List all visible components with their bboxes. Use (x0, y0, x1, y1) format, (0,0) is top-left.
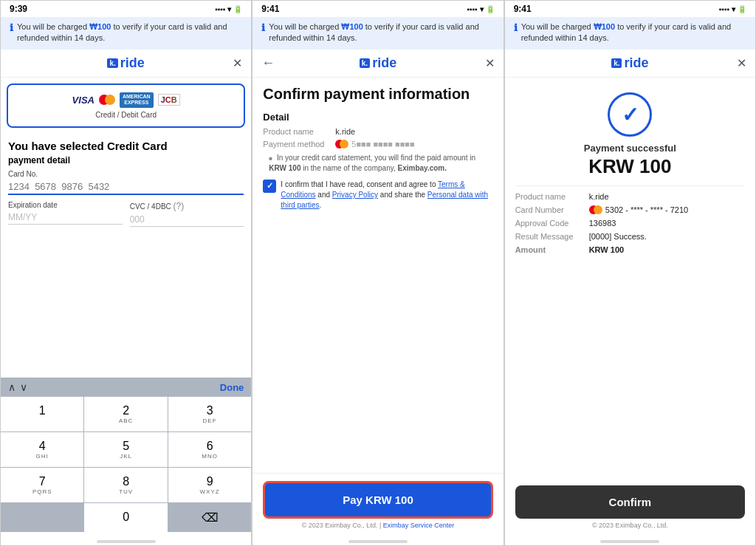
payment-method-val: 5■■■ ■■■■ ■■■■ (335, 140, 414, 149)
info-text-3: You will be charged ₩100 to verify if yo… (521, 21, 746, 44)
status-bar-1: 9:39 ▪▪▪▪ ▾ 🔋 (1, 1, 251, 17)
arrow-up[interactable]: ∧ (8, 381, 16, 393)
expiry-label: Expiration date (8, 201, 123, 209)
confirm-title: Confirm payment information (263, 85, 492, 103)
back-button-2[interactable]: ← (261, 55, 275, 71)
key-8[interactable]: 8TUV (84, 468, 167, 502)
done-button[interactable]: Done (220, 382, 244, 393)
info-banner-2: ℹ You will be charged ₩100 to verify if … (252, 17, 503, 50)
footer-link-2[interactable]: Eximbay Service Center (383, 522, 455, 529)
info-text-2: You will be charged ₩100 to verify if yo… (269, 21, 494, 44)
receipt-approval-val: 136983 (589, 219, 616, 228)
amex-logo: AMERICANEXPRESS (120, 92, 154, 108)
agree-checkbox[interactable] (263, 180, 276, 193)
key-2[interactable]: 2ABC (84, 397, 167, 431)
notice-box: In your credit card statement, you will … (263, 153, 492, 174)
receipt-amount-key: Amount (515, 245, 589, 254)
privacy-link[interactable]: Privacy Policy (332, 191, 378, 199)
key-5[interactable]: 5JKL (84, 432, 167, 467)
question-icon[interactable]: (?) (173, 201, 185, 211)
receipt-approval-row: Approval Code 136983 (515, 219, 745, 228)
checkbox-text: I confirm that I have read, consent and … (281, 180, 492, 211)
success-label: Payment successful (515, 143, 745, 154)
keypad-arrows: ∧ ∨ (8, 381, 27, 393)
close-button-2[interactable]: ✕ (485, 56, 495, 70)
confirm-button[interactable]: Confirm (515, 485, 745, 519)
close-button-1[interactable]: ✕ (233, 56, 242, 70)
receipt-approval-key: Approval Code (515, 219, 589, 228)
signal-icon: ▪▪▪▪ (215, 5, 225, 13)
logo-prefix-3: k. (611, 58, 622, 68)
home-bar-3 (600, 540, 659, 543)
logo-1: k. ride (107, 55, 144, 71)
wifi-icon: ▾ (227, 5, 231, 13)
card-no-input[interactable] (8, 180, 244, 195)
key-0[interactable]: 0 (84, 503, 167, 532)
battery-icon-3: 🔋 (738, 5, 746, 13)
mc-logo-small (335, 140, 348, 149)
jcb-logo: JCB (158, 94, 180, 106)
key-6[interactable]: 6MNO (168, 432, 251, 467)
success-amount: KRW 100 (515, 155, 745, 178)
status-icons-3: ▪▪▪▪ ▾ 🔋 (719, 5, 746, 13)
close-button-3[interactable]: ✕ (737, 56, 746, 70)
wifi-icon-3: ▾ (732, 5, 735, 13)
home-indicator-2 (252, 532, 503, 545)
key-4[interactable]: 4GHI (1, 432, 83, 467)
signal-icon-3: ▪▪▪▪ (719, 5, 729, 13)
product-name-row: Product name k.ride (263, 127, 492, 136)
battery-icon-2: 🔋 (486, 5, 495, 13)
key-backspace[interactable]: ⌫ (168, 503, 251, 532)
wifi-icon-2: ▾ (480, 5, 484, 13)
card-logos: VISA AMERICANEXPRESS JCB (72, 92, 180, 108)
success-check-icon: ✓ (608, 92, 652, 137)
panel-3: 9:41 ▪▪▪▪ ▾ 🔋 ℹ You will be charged ₩100… (504, 0, 756, 546)
mastercard-logo (99, 95, 115, 105)
payment-method-key: Payment method (263, 140, 329, 149)
receipt-card-row: Card Number 5302 - **** - **** - 7210 (515, 205, 745, 214)
product-name-val: k.ride (335, 127, 355, 136)
checkbox-row: I confirm that I have read, consent and … (263, 180, 492, 211)
status-bar-3: 9:41 ▪▪▪▪ ▾ 🔋 (505, 1, 755, 17)
receipt-amount-row: Amount KRW 100 (515, 245, 745, 254)
home-bar-1 (97, 540, 156, 543)
receipt-product-row: Product name k.ride (515, 192, 745, 201)
info-icon-1: ℹ (10, 22, 13, 33)
key-empty (1, 503, 83, 532)
pay-button[interactable]: Pay KRW 100 (263, 481, 492, 519)
expiry-input[interactable]: MM/YY (8, 211, 123, 225)
keypad-grid: 1 2ABC 3DEF 4GHI 5JKL 6MNO 7PQRS 8TUV 9W… (1, 397, 251, 532)
arrow-down[interactable]: ∨ (20, 381, 27, 393)
info-icon-2: ℹ (261, 22, 265, 33)
home-bar-2 (348, 540, 408, 543)
divider-3 (515, 185, 745, 186)
panel-2: 9:41 ▪▪▪▪ ▾ 🔋 ℹ You will be charged ₩100… (252, 0, 504, 546)
status-bar-2: 9:41 ▪▪▪▪ ▾ 🔋 (252, 1, 503, 17)
visa-logo: VISA (72, 95, 94, 106)
cvc-input[interactable]: 000 (130, 213, 244, 227)
payment-method-row: Payment method 5■■■ ■■■■ ■■■■ (263, 140, 492, 149)
cvc-field: CVC / 4DBC (?) 000 (130, 201, 244, 227)
expiry-field: Expiration date MM/YY (8, 201, 123, 227)
receipt-result-key: Result Message (515, 232, 589, 241)
info-banner-1: ℹ You will be charged ₩100 to verify if … (1, 17, 251, 50)
receipt-card-val: 5302 - **** - **** - 7210 (589, 205, 689, 214)
p2-content: Confirm payment information Detail Produ… (252, 78, 503, 473)
key-7[interactable]: 7PQRS (1, 468, 83, 502)
card-selector[interactable]: VISA AMERICANEXPRESS JCB Credit / Debit … (7, 83, 245, 128)
product-name-key: Product name (263, 127, 329, 136)
key-1[interactable]: 1 (1, 397, 83, 431)
header-1: k. ride ✕ (1, 50, 251, 78)
confirm-btn-area: Confirm © 2023 Eximbay Co., Ltd. (505, 478, 755, 532)
receipt-result-val: [0000] Success. (589, 232, 647, 241)
home-indicator-3 (505, 532, 755, 545)
receipt-product-val: k.ride (589, 192, 609, 201)
receipt-card-key: Card Number (515, 205, 589, 214)
info-text-1: You will be charged ₩100 to verify if yo… (17, 21, 242, 44)
key-3[interactable]: 3DEF (168, 397, 251, 431)
logo-prefix-2: k. (360, 58, 370, 68)
time-2: 9:41 (261, 4, 279, 14)
logo-prefix-1: k. (107, 58, 117, 68)
key-9[interactable]: 9WXYZ (168, 468, 251, 502)
detail-label: Detail (263, 112, 492, 123)
